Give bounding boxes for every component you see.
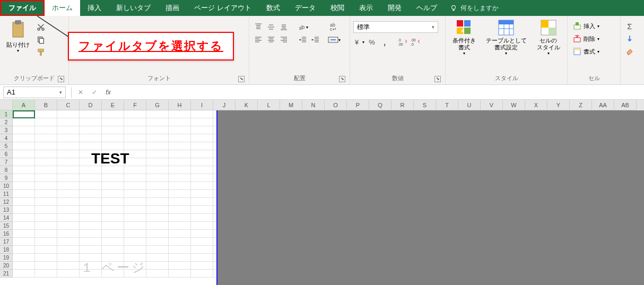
cell[interactable] bbox=[57, 174, 80, 182]
cell[interactable] bbox=[80, 126, 102, 134]
cell[interactable] bbox=[191, 182, 213, 190]
row-header[interactable]: 13 bbox=[0, 206, 13, 214]
formula-input[interactable] bbox=[115, 87, 644, 98]
column-header[interactable]: F bbox=[124, 100, 146, 110]
column-header[interactable]: Q bbox=[369, 100, 391, 110]
increase-decimal-button[interactable]: .0.00 bbox=[397, 36, 408, 48]
decrease-indent-button[interactable] bbox=[297, 34, 309, 46]
column-header[interactable]: V bbox=[481, 100, 503, 110]
cell[interactable] bbox=[35, 150, 57, 158]
cell[interactable] bbox=[13, 230, 35, 238]
cell[interactable] bbox=[57, 246, 80, 254]
cell[interactable] bbox=[124, 190, 146, 198]
cell[interactable] bbox=[57, 270, 80, 278]
cell[interactable] bbox=[57, 126, 80, 134]
column-header[interactable]: B bbox=[35, 100, 57, 110]
cell[interactable] bbox=[57, 158, 80, 166]
cell[interactable] bbox=[35, 110, 57, 118]
cell[interactable] bbox=[146, 110, 169, 118]
align-bottom-button[interactable] bbox=[278, 21, 290, 33]
cell[interactable] bbox=[191, 222, 213, 230]
cell[interactable] bbox=[146, 126, 169, 134]
tab-file[interactable]: ファイル bbox=[0, 0, 45, 16]
column-header[interactable]: J bbox=[213, 100, 236, 110]
cell[interactable] bbox=[13, 158, 35, 166]
orientation-button[interactable]: ab▾ bbox=[297, 21, 309, 33]
cell[interactable] bbox=[57, 198, 80, 206]
cell[interactable] bbox=[191, 270, 213, 278]
column-header[interactable]: W bbox=[503, 100, 525, 110]
cell[interactable] bbox=[191, 126, 213, 134]
cell[interactable] bbox=[169, 246, 191, 254]
row-header[interactable]: 9 bbox=[0, 174, 13, 182]
row-header[interactable]: 10 bbox=[0, 182, 13, 190]
tab-data[interactable]: データ bbox=[288, 0, 323, 16]
cell[interactable] bbox=[124, 246, 146, 254]
cell[interactable] bbox=[146, 142, 169, 150]
cell[interactable] bbox=[169, 182, 191, 190]
column-header[interactable]: M bbox=[280, 100, 302, 110]
cell[interactable] bbox=[57, 238, 80, 246]
cell[interactable] bbox=[146, 150, 169, 158]
cell[interactable] bbox=[13, 214, 35, 222]
cell[interactable] bbox=[35, 246, 57, 254]
row-header[interactable]: 19 bbox=[0, 254, 13, 262]
cell[interactable] bbox=[124, 214, 146, 222]
cell[interactable] bbox=[146, 190, 169, 198]
cell[interactable] bbox=[35, 142, 57, 150]
cell[interactable] bbox=[169, 222, 191, 230]
accounting-button[interactable]: ¥▾ bbox=[353, 36, 365, 48]
column-header[interactable]: H bbox=[169, 100, 191, 110]
cell[interactable] bbox=[124, 118, 146, 126]
cell[interactable] bbox=[13, 254, 35, 262]
cell[interactable] bbox=[124, 238, 146, 246]
cell[interactable] bbox=[146, 254, 169, 262]
cell[interactable] bbox=[191, 190, 213, 198]
tell-me-search[interactable]: 何をしますか bbox=[450, 4, 499, 13]
cell[interactable] bbox=[169, 230, 191, 238]
cell[interactable] bbox=[146, 262, 169, 270]
align-left-button[interactable] bbox=[253, 34, 264, 46]
cell[interactable] bbox=[191, 174, 213, 182]
cell[interactable] bbox=[124, 206, 146, 214]
tab-review[interactable]: 校閲 bbox=[323, 0, 352, 16]
cell[interactable] bbox=[191, 142, 213, 150]
cell[interactable] bbox=[102, 246, 124, 254]
cell[interactable] bbox=[146, 158, 169, 166]
cell[interactable] bbox=[35, 222, 57, 230]
cell[interactable] bbox=[80, 190, 102, 198]
cell[interactable] bbox=[80, 182, 102, 190]
cell[interactable] bbox=[102, 166, 124, 174]
column-header[interactable]: AB bbox=[614, 100, 637, 110]
cell[interactable] bbox=[146, 134, 169, 142]
row-header[interactable]: 7 bbox=[0, 158, 13, 166]
cell[interactable] bbox=[57, 262, 80, 270]
cell[interactable] bbox=[80, 238, 102, 246]
row-header[interactable]: 16 bbox=[0, 230, 13, 238]
row-header[interactable]: 12 bbox=[0, 198, 13, 206]
cell[interactable] bbox=[80, 166, 102, 174]
cell[interactable] bbox=[35, 174, 57, 182]
cell[interactable] bbox=[169, 214, 191, 222]
alignment-dialog-launcher[interactable]: ⬊ bbox=[339, 76, 345, 82]
cell[interactable] bbox=[124, 142, 146, 150]
cell[interactable] bbox=[57, 110, 80, 118]
cell[interactable] bbox=[35, 254, 57, 262]
format-cells-button[interactable]: 書式 ▾ bbox=[571, 46, 602, 57]
cell[interactable] bbox=[57, 206, 80, 214]
font-dialog-launcher[interactable]: ⬊ bbox=[238, 76, 245, 82]
cell[interactable] bbox=[13, 222, 35, 230]
cell[interactable] bbox=[35, 214, 57, 222]
cell[interactable] bbox=[13, 238, 35, 246]
cell[interactable] bbox=[35, 262, 57, 270]
number-format-select[interactable]: 標準▾ bbox=[353, 21, 438, 33]
cell[interactable] bbox=[35, 182, 57, 190]
cell[interactable] bbox=[35, 190, 57, 198]
cell[interactable] bbox=[146, 246, 169, 254]
cell[interactable] bbox=[80, 206, 102, 214]
cell[interactable] bbox=[102, 214, 124, 222]
tab-newtab[interactable]: 新しいタブ bbox=[109, 0, 158, 16]
tab-home[interactable]: ホーム bbox=[45, 0, 80, 16]
cell[interactable] bbox=[13, 174, 35, 182]
clipboard-dialog-launcher[interactable]: ⬊ bbox=[58, 76, 64, 82]
